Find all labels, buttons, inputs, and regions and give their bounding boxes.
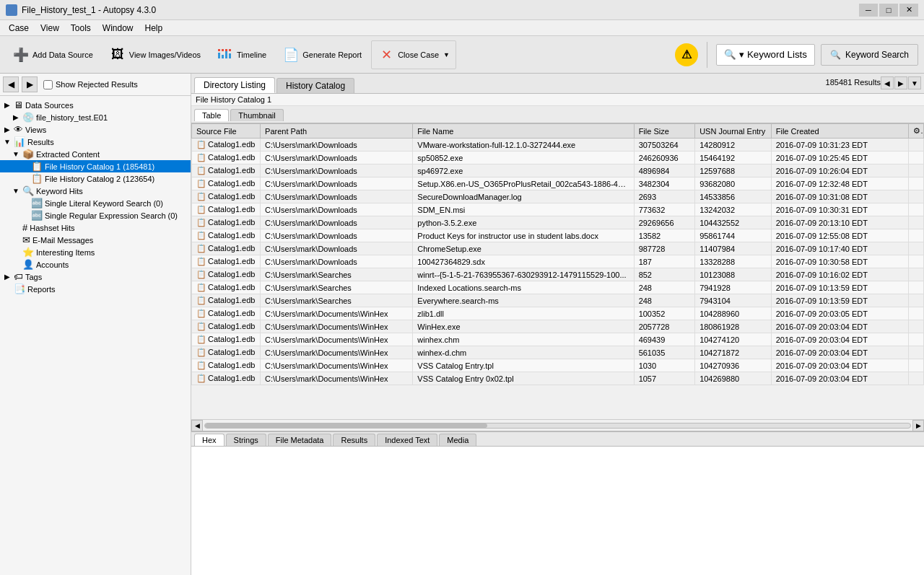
email-messages-node[interactable]: ✉ E-Mail Messages [0, 234, 191, 246]
scroll-left-button[interactable]: ◀ [191, 420, 203, 431]
tab-indexed-text[interactable]: Indexed Text [377, 434, 437, 446]
tab-results[interactable]: Results [333, 434, 375, 446]
literal-label: Single Literal Keyword Search (0) [45, 199, 163, 208]
minimize-button[interactable]: ─ [859, 4, 878, 17]
keyword-lists-button[interactable]: 🔍 ▾ Keyword Lists [716, 44, 815, 66]
table-row[interactable]: 📋Catalog1.edb C:\Users\mark\Downloads py… [192, 216, 924, 229]
tab-thumbnail[interactable]: Thumbnail [230, 109, 283, 121]
tab-media[interactable]: Media [439, 434, 476, 446]
reports-node[interactable]: 📑 Reports [0, 283, 191, 295]
tags-node[interactable]: ▶ 🏷 Tags [0, 271, 191, 283]
timeline-label: Timeline [237, 51, 266, 59]
close-button[interactable]: ✕ [899, 4, 918, 17]
menu-case[interactable]: Case [3, 22, 35, 35]
table-row[interactable]: 📋Catalog1.edb C:\Users\mark\Downloads SD… [192, 203, 924, 216]
menu-view[interactable]: View [35, 22, 65, 35]
breadcrumb: File History Catalog 1 [196, 95, 271, 104]
cell-name: python-3.5.2.exe [413, 216, 634, 229]
keyword-hits-node[interactable]: ▼ 🔍 Keyword Hits [0, 185, 191, 197]
single-literal-node[interactable]: 🔤 Single Literal Keyword Search (0) [0, 197, 191, 209]
table-row[interactable]: 📋Catalog1.edb C:\Users\mark\Documents\Wi… [192, 307, 924, 320]
cell-parent: C:\Users\mark\Downloads [261, 216, 413, 229]
header-extra[interactable]: ⚙ [908, 124, 923, 139]
table-row[interactable]: 📋Catalog1.edb C:\Users\mark\Downloads sp… [192, 152, 924, 164]
cell-usn: 7943104 [695, 294, 772, 307]
scroll-right-button[interactable]: ▶ [912, 420, 924, 431]
table-row[interactable]: 📋Catalog1.edb C:\Users\mark\Downloads Ch… [192, 242, 924, 255]
tab-scroll-right[interactable]: ▶ [894, 76, 907, 89]
accounts-node[interactable]: 👤 Accounts [0, 258, 191, 271]
cell-name: sp50852.exe [413, 152, 634, 164]
search-icon: 🔍 [830, 50, 841, 60]
views-node[interactable]: ▶ 👁 Views [0, 123, 191, 136]
cell-usn: 13328288 [695, 255, 772, 268]
cell-parent: C:\Users\mark\Searches [261, 294, 413, 307]
table-row[interactable]: 📋Catalog1.edb C:\Users\mark\Downloads Se… [192, 177, 924, 190]
add-data-source-button[interactable]: ➕ Add Data Source [6, 40, 100, 69]
table-row[interactable]: 📋Catalog1.edb C:\Users\mark\Documents\Wi… [192, 320, 924, 333]
tab-strings[interactable]: Strings [226, 434, 266, 446]
table-row[interactable]: 📋Catalog1.edb C:\Users\mark\Downloads 10… [192, 255, 924, 268]
cell-extra [908, 294, 923, 307]
expander-icon: ▶ [3, 101, 12, 109]
keyword-icon: 🔍 [22, 185, 34, 196]
extracted-content-node[interactable]: ▼ 📦 Extracted Content [0, 148, 191, 160]
menu-tools[interactable]: Tools [65, 22, 97, 35]
timeline-button[interactable]: Timeline [210, 40, 273, 69]
file-icon: 📋 [196, 179, 206, 188]
tab-history-catalog[interactable]: History Catalog [276, 78, 354, 93]
cell-usn: 93682080 [695, 177, 772, 190]
table-row[interactable]: 📋Catalog1.edb C:\Users\mark\Downloads Se… [192, 190, 924, 203]
tab-table[interactable]: Table [194, 109, 229, 121]
nav-back-button[interactable]: ◀ [3, 76, 19, 92]
tab-directory-listing[interactable]: Directory Listing [194, 77, 275, 93]
menu-window[interactable]: Window [97, 22, 139, 35]
table-row[interactable]: 📋Catalog1.edb C:\Users\mark\Searches win… [192, 268, 924, 281]
table-row[interactable]: 📋Catalog1.edb C:\Users\mark\Documents\Wi… [192, 372, 924, 385]
interesting-items-node[interactable]: ⭐ Interesting Items [0, 246, 191, 258]
view-images-button[interactable]: 🖼 View Images/Videos [103, 40, 207, 69]
tab-file-metadata[interactable]: File Metadata [268, 434, 332, 446]
file-history-catalog-2-node[interactable]: 📋 File History Catalog 2 (123654) [0, 172, 191, 185]
table-row[interactable]: 📋Catalog1.edb C:\Users\mark\Downloads Pr… [192, 229, 924, 242]
show-rejected-checkbox[interactable] [43, 80, 53, 89]
literal-icon: 🔤 [31, 198, 43, 209]
cell-usn: 104432552 [695, 216, 772, 229]
cell-usn: 104270936 [695, 359, 772, 372]
horizontal-scrollbar[interactable]: ◀ ▶ [191, 419, 924, 431]
data-sources-node[interactable]: ▶ 🖥 Data Sources [0, 99, 191, 111]
results-node[interactable]: ▼ 📊 Results [0, 136, 191, 148]
cell-extra [908, 333, 923, 346]
table-row[interactable]: 📋Catalog1.edb C:\Users\mark\Downloads VM… [192, 139, 924, 152]
file-history-catalog-1-node[interactable]: 📋 File History Catalog 1 (185481) [0, 160, 191, 172]
table-row[interactable]: 📋Catalog1.edb C:\Users\mark\Searches Eve… [192, 294, 924, 307]
close-case-button[interactable]: ✕ Close Case ▼ [371, 40, 456, 69]
table-scroll[interactable]: Source File Parent Path File Name File S… [191, 123, 924, 419]
table-row[interactable]: 📋Catalog1.edb C:\Users\mark\Documents\Wi… [192, 333, 924, 346]
file-icon: 📋 [196, 348, 206, 356]
cell-size: 852 [634, 268, 695, 281]
tab-navigation: ◀ ▶ ▼ [881, 76, 921, 89]
maximize-button[interactable]: □ [879, 4, 898, 17]
cell-source: 📋Catalog1.edb [192, 372, 261, 385]
menu-help[interactable]: Help [139, 22, 169, 35]
generate-report-button[interactable]: 📄 Generate Report [276, 40, 368, 69]
file-history-node[interactable]: ▶ 💿 file_history_test.E01 [0, 111, 191, 123]
right-panel: Directory Listing History Catalog ◀ ▶ ▼ … [191, 74, 924, 575]
svg-rect-3 [229, 49, 231, 51]
disk-icon: 💿 [22, 112, 34, 123]
cell-usn: 14280912 [695, 139, 772, 152]
warning-icon[interactable]: ⚠ [675, 43, 698, 66]
table-row[interactable]: 📋Catalog1.edb C:\Users\mark\Downloads sp… [192, 164, 924, 177]
table-row[interactable]: 📋Catalog1.edb C:\Users\mark\Documents\Wi… [192, 359, 924, 372]
single-regex-node[interactable]: 🔤 Single Regular Expression Search (0) [0, 209, 191, 221]
nav-forward-button[interactable]: ▶ [22, 76, 38, 92]
table-row[interactable]: 📋Catalog1.edb C:\Users\mark\Documents\Wi… [192, 346, 924, 359]
tab-hex[interactable]: Hex [194, 434, 225, 446]
tab-dropdown[interactable]: ▼ [908, 76, 921, 89]
keyword-search-button[interactable]: 🔍 Keyword Search [821, 44, 918, 66]
cell-size: 773632 [634, 203, 695, 216]
table-row[interactable]: 📋Catalog1.edb C:\Users\mark\Searches Ind… [192, 281, 924, 294]
tab-scroll-left[interactable]: ◀ [881, 76, 894, 89]
hashset-hits-node[interactable]: # Hashset Hits [0, 221, 191, 234]
